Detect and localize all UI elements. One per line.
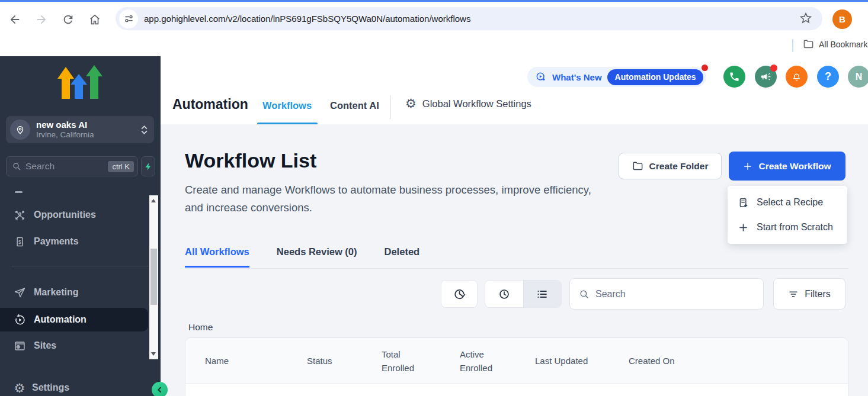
sidebar-item-opportunities[interactable]: Opportunities [0, 203, 148, 227]
global-workflow-settings-label: Global Workflow Settings [422, 98, 531, 110]
header-separator [390, 95, 390, 119]
main-area: What's New Automation Updates ? N [161, 56, 868, 396]
column-header-active-enrolled[interactable]: Active Enrolled [460, 347, 535, 375]
refresh-button[interactable] [60, 11, 76, 28]
workflow-list-subtitle: Create and manage Workflows to automate … [185, 181, 603, 217]
location-switcher[interactable]: new oaks AI Irvine, California [6, 116, 154, 143]
sidebar-item-sites[interactable]: Sites [0, 334, 148, 358]
table-header-row: Name Status Total Enrolled Active Enroll… [185, 338, 848, 384]
column-header-last-updated[interactable]: Last Updated [535, 354, 629, 368]
bookmarks-bar: All Bookmarks [0, 36, 868, 56]
scroll-down-arrow-icon[interactable] [151, 352, 156, 356]
column-header-status[interactable]: Status [307, 354, 382, 368]
menu-item-select-recipe[interactable]: Select a Recipe [728, 190, 847, 215]
chevron-down-icon [141, 130, 148, 134]
browser-toolbar: B [0, 2, 868, 36]
recent-view-button[interactable] [485, 281, 523, 307]
page-title: Automation [172, 96, 248, 112]
bookmark-star-button[interactable] [799, 11, 814, 27]
sidebar-item-marketing[interactable]: Marketing [0, 281, 148, 304]
scrollbar-thumb[interactable] [150, 249, 157, 305]
location-switcher-chevrons [136, 125, 152, 134]
execution-logs-button[interactable] [441, 280, 478, 308]
create-folder-button[interactable]: Create Folder [619, 153, 722, 179]
all-bookmarks-label: All Bookmarks [819, 40, 868, 49]
notifications-button[interactable] [786, 66, 808, 88]
tab-content-ai[interactable]: Content AI [330, 100, 379, 111]
filters-button[interactable]: Filters [773, 278, 845, 310]
column-header-created-on[interactable]: Created On [629, 354, 848, 368]
sidebar-item-settings[interactable]: ⚙ Settings [0, 376, 148, 396]
scroll-up-arrow-icon[interactable] [151, 199, 156, 202]
view-toggle-group [485, 280, 562, 308]
url-input[interactable] [144, 14, 822, 24]
chevron-left-icon [155, 385, 164, 394]
forward-button[interactable] [33, 11, 50, 28]
help-button[interactable]: ? [817, 66, 839, 88]
home-icon [88, 13, 101, 26]
list-view-button[interactable] [523, 281, 562, 307]
sidebar-scrollbar[interactable] [149, 195, 158, 359]
content-panel: Workflow List Create and manage Workflow… [161, 124, 868, 396]
all-bookmarks-button[interactable]: All Bookmarks [803, 38, 868, 50]
phone-button[interactable] [723, 66, 745, 88]
location-pin-badge [10, 120, 30, 140]
back-button[interactable] [7, 11, 23, 28]
sidebar-item-automation[interactable]: Automation [0, 308, 148, 331]
workflow-search-input[interactable] [595, 289, 757, 300]
global-workflow-settings-button[interactable]: ⚙ Global Workflow Settings [405, 96, 531, 111]
back-icon [8, 13, 21, 26]
column-header-total-enrolled[interactable]: Total Enrolled [382, 347, 460, 375]
list-icon [536, 288, 549, 301]
create-folder-label: Create Folder [649, 161, 709, 172]
automation-updates-badge[interactable]: Automation Updates [607, 69, 704, 85]
breadcrumb-home[interactable]: Home [188, 322, 213, 333]
sidebar-collapse-button[interactable] [152, 382, 168, 396]
workflow-table: Name Status Total Enrolled Active Enroll… [185, 337, 848, 396]
gohighlevel-logo [56, 65, 104, 100]
column-header-label: Active Enrolled [460, 347, 497, 375]
search-icon [12, 162, 21, 171]
sidebar-item-label: Marketing [34, 287, 79, 298]
payments-icon: $ [14, 236, 26, 248]
location-name: new oaks AI [36, 120, 136, 130]
menu-item-start-from-scratch[interactable]: Start from Scratch [728, 215, 847, 240]
megaphone-icon [760, 71, 771, 82]
column-header-name[interactable]: Name [205, 354, 307, 368]
whats-new-label: What's New [552, 72, 602, 82]
question-mark-icon: ? [825, 70, 831, 83]
menu-item-label: Select a Recipe [757, 197, 823, 208]
sidebar-search[interactable]: ctrl K [6, 156, 138, 176]
sidebar-item-label: Sites [34, 340, 56, 351]
create-workflow-menu: Select a Recipe Start from Scratch [728, 186, 847, 244]
sidebar-item-payments[interactable]: $ Payments [0, 230, 148, 253]
gear-icon: ⚙ [12, 382, 27, 394]
tab-needs-review[interactable]: Needs Review (0) [277, 246, 357, 268]
sidebar-search-input[interactable] [25, 161, 108, 172]
whats-new-play-icon [535, 71, 547, 83]
whats-new-button[interactable]: What's New Automation Updates [527, 67, 706, 87]
home-button[interactable] [87, 11, 103, 28]
plus-icon [743, 162, 752, 171]
recipe-document-icon [738, 197, 749, 208]
tab-deleted[interactable]: Deleted [385, 246, 420, 268]
sidebar-divider [12, 266, 148, 266]
tab-all-workflows[interactable]: All Workflows [185, 246, 249, 268]
user-avatar[interactable]: N [848, 66, 868, 88]
create-workflow-button[interactable]: Create Workflow [729, 152, 845, 181]
notification-dot [702, 65, 708, 71]
sites-icon [14, 340, 26, 352]
workflow-tabs: All Workflows Needs Review (0) Deleted [185, 246, 419, 268]
clock-icon [498, 288, 511, 301]
tab-workflows[interactable]: Workflows [262, 100, 312, 111]
workflow-search[interactable] [569, 278, 764, 310]
quick-actions-button[interactable] [141, 156, 155, 176]
site-settings-button[interactable] [119, 9, 138, 28]
filters-label: Filters [805, 289, 831, 300]
marketing-send-icon [14, 286, 26, 299]
announcements-button[interactable] [755, 66, 777, 88]
bookmarks-separator [792, 39, 793, 52]
tabs-divider [185, 268, 848, 269]
browser-profile-avatar[interactable]: B [832, 9, 852, 29]
address-bar[interactable] [116, 7, 822, 30]
